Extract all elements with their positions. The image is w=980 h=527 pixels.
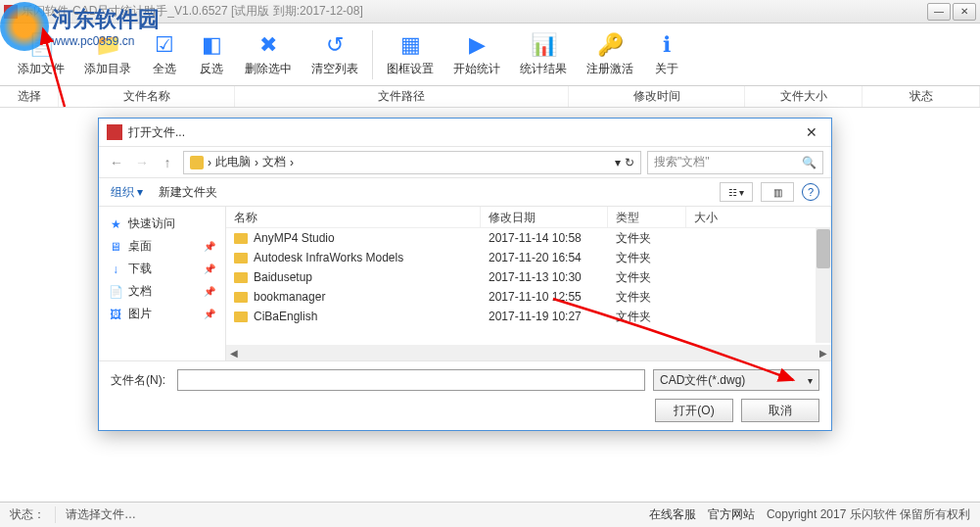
about-icon: ℹ (653, 31, 680, 59)
toolbar-select-all[interactable]: ☑全选 (141, 27, 188, 82)
window-title: 乐闪软件-CAD尺寸统计助手_V1.0.6527 [试用版 到期:2017-12… (22, 3, 927, 20)
toolbar-add-folder[interactable]: 📁添加目录 (74, 27, 141, 82)
folder-icon (234, 311, 248, 322)
dialog-icon (107, 124, 122, 140)
titlebar: 乐闪软件-CAD尺寸统计助手_V1.0.6527 [试用版 到期:2017-12… (0, 0, 980, 24)
organize-button[interactable]: 组织 ▾ (111, 184, 143, 201)
nav-back-button[interactable]: ← (107, 153, 126, 172)
nav-up-button[interactable]: ↑ (158, 153, 177, 172)
refresh-icon[interactable]: ↻ (625, 156, 634, 169)
sidebar-item[interactable]: ↓下载📌 (99, 258, 225, 280)
official-site-link[interactable]: 官方网站 (708, 506, 755, 523)
col-select[interactable]: 选择 (0, 86, 59, 107)
dialog-close-button[interactable]: ✕ (800, 122, 823, 142)
toolbar-start[interactable]: ▶开始统计 (443, 27, 510, 82)
invert-icon: ◧ (198, 31, 225, 59)
file-row[interactable]: Baidusetup2017-11-13 10:30文件夹 (226, 267, 831, 287)
filename-label: 文件名(N): (111, 372, 169, 389)
toolbar-frame[interactable]: ▦图框设置 (377, 27, 443, 82)
pin-icon: 📌 (204, 264, 215, 274)
folder-icon (190, 156, 204, 169)
close-button[interactable]: ✕ (953, 3, 976, 21)
filetype-dropdown[interactable]: CAD文件(*.dwg) ▾ (653, 369, 819, 391)
sidebar-item[interactable]: ★快速访问 (99, 213, 225, 235)
dialog-file-area: 名称 修改日期 类型 大小 AnyMP4 Studio2017-11-14 10… (226, 207, 831, 360)
chevron-down-icon: ▾ (808, 375, 813, 386)
app-icon (4, 5, 18, 19)
filename-input[interactable] (177, 369, 645, 391)
new-folder-button[interactable]: 新建文件夹 (159, 184, 217, 201)
cancel-button[interactable]: 取消 (741, 399, 819, 422)
view-mode-button[interactable]: ☷ ▾ (720, 182, 753, 202)
open-button[interactable]: 打开(O) (655, 399, 733, 422)
col-size[interactable]: 文件大小 (745, 86, 863, 107)
add-folder-icon: 📁 (94, 31, 121, 59)
col-state[interactable]: 状态 (863, 86, 980, 107)
toolbar-result[interactable]: 📊统计结果 (510, 27, 577, 82)
pin-icon: 📌 (204, 286, 215, 297)
folder-icon (234, 253, 248, 264)
sidebar-item[interactable]: 🖥桌面📌 (99, 235, 225, 258)
status-label: 状态： (10, 506, 56, 523)
filecol-date[interactable]: 修改日期 (481, 207, 608, 227)
dialog-toolbar: 组织 ▾ 新建文件夹 ☷ ▾ ▥ ? (99, 177, 831, 207)
file-row[interactable]: Autodesk InfraWorks Models2017-11-20 16:… (226, 248, 831, 267)
select-all-icon: ☑ (151, 31, 178, 59)
start-icon: ▶ (463, 31, 490, 59)
dialog-nav: ← → ↑ › 此电脑 › 文档 › ▾ ↻ 搜索"文档" 🔍 (99, 146, 831, 177)
register-icon: 🔑 (596, 31, 624, 59)
sidebar-item[interactable]: 📄文档📌 (99, 280, 225, 303)
frame-icon: ▦ (397, 31, 424, 59)
search-icon: 🔍 (802, 156, 817, 169)
col-path[interactable]: 文件路径 (235, 86, 569, 107)
nav-forward-button[interactable]: → (132, 153, 152, 172)
preview-pane-button[interactable]: ▥ (761, 182, 794, 202)
file-row[interactable]: CiBaEnglish2017-11-19 10:27文件夹 (226, 307, 831, 326)
pin-icon: 📌 (204, 309, 215, 319)
toolbar-register[interactable]: 🔑注册激活 (577, 27, 643, 82)
search-input[interactable]: 搜索"文档" 🔍 (647, 151, 823, 174)
dialog-sidebar: ★快速访问🖥桌面📌↓下载📌📄文档📌🖼图片📌 (99, 207, 226, 360)
horizontal-scrollbar[interactable]: ◀▶ (226, 345, 831, 360)
delete-icon: ✖ (255, 31, 282, 59)
file-row[interactable]: AnyMP4 Studio2017-11-14 10:58文件夹 (226, 228, 831, 248)
result-icon: 📊 (530, 31, 557, 59)
clear-icon: ↺ (321, 31, 349, 59)
filecol-name[interactable]: 名称 (226, 207, 481, 227)
sidebar-item[interactable]: 🖼图片📌 (99, 303, 225, 325)
breadcrumb-dropdown-icon[interactable]: ▾ (615, 156, 621, 169)
copyright-text: Copyright 2017 乐闪软件 保留所有权利 (767, 506, 970, 523)
breadcrumb[interactable]: › 此电脑 › 文档 › ▾ ↻ (183, 151, 641, 174)
col-mtime[interactable]: 修改时间 (569, 86, 745, 107)
table-header: 选择 文件名称 文件路径 修改时间 文件大小 状态 (0, 86, 980, 108)
filecol-size[interactable]: 大小 (686, 207, 831, 227)
statusbar: 状态： 请选择文件… 在线客服 官方网站 Copyright 2017 乐闪软件… (0, 502, 980, 527)
open-file-dialog: 打开文件... ✕ ← → ↑ › 此电脑 › 文档 › ▾ ↻ 搜索"文档" (98, 118, 832, 431)
help-button[interactable]: ? (802, 183, 819, 201)
add-file-icon: 📄 (27, 31, 55, 59)
toolbar-clear[interactable]: ↺清空列表 (302, 27, 368, 82)
toolbar-delete[interactable]: ✖删除选中 (235, 27, 302, 82)
sidebar-icon: ★ (109, 217, 122, 231)
file-list-area: 打开文件... ✕ ← → ↑ › 此电脑 › 文档 › ▾ ↻ 搜索"文档" (0, 108, 980, 502)
folder-icon (234, 272, 248, 283)
col-name[interactable]: 文件名称 (59, 86, 235, 107)
minimize-button[interactable]: — (927, 3, 951, 21)
vertical-scrollbar[interactable] (816, 228, 831, 343)
sidebar-icon: 🖼 (109, 308, 122, 321)
sidebar-icon: 🖥 (109, 240, 122, 254)
file-row[interactable]: bookmanager2017-11-10 12:55文件夹 (226, 287, 831, 307)
folder-icon (234, 292, 248, 303)
sidebar-icon: ↓ (109, 263, 122, 276)
toolbar-about[interactable]: ℹ关于 (643, 27, 690, 82)
main-toolbar: 📄添加文件📁添加目录☑全选◧反选✖删除选中↺清空列表▦图框设置▶开始统计📊统计结… (0, 24, 980, 86)
pin-icon: 📌 (204, 241, 215, 252)
dialog-titlebar: 打开文件... ✕ (99, 119, 831, 146)
online-service-link[interactable]: 在线客服 (649, 506, 696, 523)
status-text: 请选择文件… (66, 506, 136, 523)
toolbar-add-file[interactable]: 📄添加文件 (8, 27, 74, 82)
filecol-type[interactable]: 类型 (608, 207, 686, 227)
dialog-title: 打开文件... (128, 124, 800, 141)
folder-icon (234, 233, 248, 244)
toolbar-invert[interactable]: ◧反选 (188, 27, 235, 82)
